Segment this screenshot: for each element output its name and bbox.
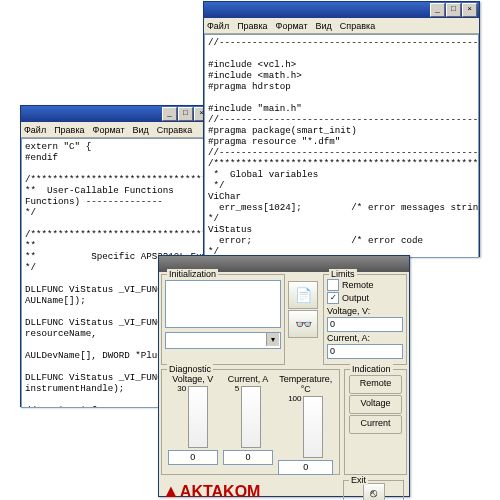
menu-help-1[interactable]: Справка <box>157 125 192 135</box>
remote-label: Remote <box>342 280 374 290</box>
menu-help-2[interactable]: Справка <box>340 21 375 31</box>
voltage-limit-field[interactable]: 0 <box>327 317 403 332</box>
titlebar-1[interactable]: _ □ × <box>21 106 211 122</box>
output-label: Output <box>342 293 369 303</box>
doc-icon[interactable]: 📄 <box>288 281 318 309</box>
init-legend: Initialization <box>167 269 218 279</box>
menu-file-2[interactable]: Файл <box>207 21 229 31</box>
init-display <box>165 280 281 328</box>
menubar-2: Файл Правка Формат Вид Справка <box>204 18 479 34</box>
control-panel: Initialization 📄 👓 Limits Remote ✓Output… <box>158 255 410 497</box>
exit-group: Exit ⎋ <box>343 480 404 500</box>
diag-temp-label: Temperature, °C <box>278 374 333 394</box>
exit-button[interactable]: ⎋ <box>363 483 385 500</box>
menubar-1: Файл Правка Формат Вид Справка <box>21 122 211 138</box>
binoc-icon[interactable]: 👓 <box>288 310 318 338</box>
indication-group: Indication Remote Voltage Current <box>344 369 407 475</box>
min-btn-1[interactable]: _ <box>162 107 177 121</box>
diag-current-label: Current, A <box>223 374 273 384</box>
current-scale <box>241 386 261 448</box>
remote-checkbox[interactable] <box>327 279 339 291</box>
menu-view-2[interactable]: Вид <box>316 21 332 31</box>
voltage-scale <box>188 386 208 448</box>
limits-group: Limits Remote ✓Output Voltage, V: 0 Curr… <box>323 274 407 365</box>
temp-readout: 0 <box>278 460 333 475</box>
menu-view-1[interactable]: Вид <box>133 125 149 135</box>
remote-button[interactable]: Remote <box>349 375 402 394</box>
limits-legend: Limits <box>329 269 357 279</box>
voltage-button[interactable]: Voltage <box>349 395 402 414</box>
max-btn-2[interactable]: □ <box>446 3 461 17</box>
exit-legend: Exit <box>349 475 368 485</box>
menu-edit-2[interactable]: Правка <box>237 21 267 31</box>
current-readout: 0 <box>223 450 273 465</box>
menu-file-1[interactable]: Файл <box>24 125 46 135</box>
titlebar-2[interactable]: _ □ × <box>204 2 479 18</box>
output-checkbox[interactable]: ✓ <box>327 292 339 304</box>
current-button[interactable]: Current <box>349 415 402 434</box>
close-btn-2[interactable]: × <box>462 3 477 17</box>
init-group: Initialization <box>161 274 285 365</box>
min-btn-2[interactable]: _ <box>430 3 445 17</box>
code-editor-2[interactable]: //--------------------------------------… <box>204 34 479 258</box>
diag-legend: Diagnostic <box>167 364 213 374</box>
init-combo[interactable] <box>165 332 281 349</box>
diag-voltage-label: Voltage, V <box>168 374 218 384</box>
voltage-limit-label: Voltage, V: <box>327 306 403 316</box>
voltage-readout: 0 <box>168 450 218 465</box>
logo: ▲AKTAKOM <box>162 481 341 500</box>
current-limit-field[interactable]: 0 <box>327 344 403 359</box>
menu-format-1[interactable]: Формат <box>93 125 125 135</box>
code-window-2: _ □ × Файл Правка Формат Вид Справка //-… <box>203 1 480 257</box>
menu-format-2[interactable]: Формат <box>276 21 308 31</box>
current-limit-label: Current, A: <box>327 333 403 343</box>
max-btn-1[interactable]: □ <box>178 107 193 121</box>
temp-scale <box>303 396 323 458</box>
diagnostic-group: Diagnostic Voltage, V 30 0 Current, A 5 … <box>161 369 340 475</box>
menu-edit-1[interactable]: Правка <box>54 125 84 135</box>
ind-legend: Indication <box>350 364 393 374</box>
